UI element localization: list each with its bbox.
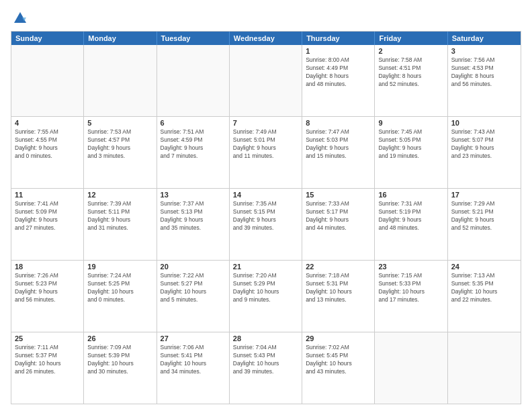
day-info: Sunrise: 7:02 AM Sunset: 5:45 PM Dayligh… [306, 344, 371, 376]
calendar-header-day: Friday [375, 32, 447, 45]
day-number: 26 [87, 334, 152, 342]
calendar-header-day: Sunday [11, 32, 84, 45]
day-info: Sunrise: 7:18 AM Sunset: 5:31 PM Dayligh… [306, 272, 371, 304]
calendar-day-cell: 8Sunrise: 7:47 AM Sunset: 5:03 PM Daylig… [302, 117, 375, 188]
day-number: 18 [15, 263, 80, 271]
calendar-header-day: Wednesday [230, 32, 302, 45]
calendar-header: SundayMondayTuesdayWednesdayThursdayFrid… [11, 32, 521, 45]
day-number: 1 [306, 47, 371, 55]
calendar-body: 1Sunrise: 8:00 AM Sunset: 4:49 PM Daylig… [11, 45, 521, 404]
calendar-day-cell: 4Sunrise: 7:55 AM Sunset: 4:55 PM Daylig… [11, 117, 84, 188]
day-number: 21 [233, 263, 298, 271]
calendar-header-day: Saturday [448, 32, 521, 45]
day-number: 7 [233, 119, 298, 127]
calendar-header-day: Thursday [302, 32, 375, 45]
calendar-week: 25Sunrise: 7:11 AM Sunset: 5:37 PM Dayli… [11, 332, 521, 404]
day-number: 24 [451, 263, 517, 271]
day-number: 22 [306, 263, 371, 271]
day-number: 11 [15, 191, 80, 199]
day-number: 15 [306, 191, 371, 199]
day-number: 5 [87, 119, 152, 127]
calendar-empty-cell [157, 45, 230, 116]
calendar-empty-cell [375, 332, 447, 404]
calendar-empty-cell [84, 45, 157, 116]
day-number: 9 [378, 119, 443, 127]
day-info: Sunrise: 7:22 AM Sunset: 5:27 PM Dayligh… [161, 272, 226, 304]
calendar-day-cell: 28Sunrise: 7:04 AM Sunset: 5:43 PM Dayli… [230, 332, 302, 404]
calendar-day-cell: 9Sunrise: 7:45 AM Sunset: 5:05 PM Daylig… [375, 117, 447, 188]
calendar-day-cell: 26Sunrise: 7:09 AM Sunset: 5:39 PM Dayli… [84, 332, 157, 404]
day-info: Sunrise: 7:04 AM Sunset: 5:43 PM Dayligh… [233, 344, 298, 376]
day-number: 27 [161, 334, 226, 342]
day-info: Sunrise: 7:39 AM Sunset: 5:11 PM Dayligh… [87, 200, 152, 232]
day-info: Sunrise: 7:33 AM Sunset: 5:17 PM Dayligh… [306, 200, 371, 232]
day-info: Sunrise: 7:45 AM Sunset: 5:05 PM Dayligh… [378, 128, 443, 161]
logo [11, 11, 28, 26]
day-info: Sunrise: 7:13 AM Sunset: 5:35 PM Dayligh… [451, 272, 517, 304]
logo-icon [13, 11, 28, 26]
day-info: Sunrise: 7:06 AM Sunset: 5:41 PM Dayligh… [161, 344, 226, 376]
calendar-day-cell: 21Sunrise: 7:20 AM Sunset: 5:29 PM Dayli… [230, 261, 302, 332]
day-number: 12 [87, 191, 152, 199]
day-info: Sunrise: 7:55 AM Sunset: 4:55 PM Dayligh… [15, 128, 80, 161]
calendar-day-cell: 27Sunrise: 7:06 AM Sunset: 5:41 PM Dayli… [157, 332, 230, 404]
calendar-day-cell: 18Sunrise: 7:26 AM Sunset: 5:23 PM Dayli… [11, 261, 84, 332]
day-info: Sunrise: 7:56 AM Sunset: 4:53 PM Dayligh… [451, 56, 517, 89]
calendar-day-cell: 14Sunrise: 7:35 AM Sunset: 5:15 PM Dayli… [230, 189, 302, 260]
calendar-header-day: Tuesday [157, 32, 230, 45]
day-info: Sunrise: 7:47 AM Sunset: 5:03 PM Dayligh… [306, 128, 371, 161]
calendar-day-cell: 5Sunrise: 7:53 AM Sunset: 4:57 PM Daylig… [84, 117, 157, 188]
calendar-day-cell: 25Sunrise: 7:11 AM Sunset: 5:37 PM Dayli… [11, 332, 84, 404]
day-number: 14 [233, 191, 298, 199]
day-info: Sunrise: 7:37 AM Sunset: 5:13 PM Dayligh… [161, 200, 226, 232]
calendar-day-cell: 24Sunrise: 7:13 AM Sunset: 5:35 PM Dayli… [448, 261, 521, 332]
day-number: 23 [378, 263, 443, 271]
day-number: 28 [233, 334, 298, 342]
calendar-day-cell: 13Sunrise: 7:37 AM Sunset: 5:13 PM Dayli… [157, 189, 230, 260]
day-info: Sunrise: 7:29 AM Sunset: 5:21 PM Dayligh… [451, 200, 517, 232]
day-info: Sunrise: 7:20 AM Sunset: 5:29 PM Dayligh… [233, 272, 298, 304]
day-number: 4 [15, 119, 80, 127]
calendar-week: 1Sunrise: 8:00 AM Sunset: 4:49 PM Daylig… [11, 45, 521, 117]
calendar-empty-cell [230, 45, 302, 116]
day-number: 6 [161, 119, 226, 127]
calendar-day-cell: 17Sunrise: 7:29 AM Sunset: 5:21 PM Dayli… [448, 189, 521, 260]
day-number: 20 [161, 263, 226, 271]
calendar-day-cell: 16Sunrise: 7:31 AM Sunset: 5:19 PM Dayli… [375, 189, 447, 260]
day-number: 29 [306, 334, 371, 342]
calendar-day-cell: 6Sunrise: 7:51 AM Sunset: 4:59 PM Daylig… [157, 117, 230, 188]
calendar-empty-cell [448, 332, 521, 404]
day-number: 8 [306, 119, 371, 127]
day-info: Sunrise: 7:15 AM Sunset: 5:33 PM Dayligh… [378, 272, 443, 304]
day-info: Sunrise: 8:00 AM Sunset: 4:49 PM Dayligh… [306, 56, 371, 89]
calendar-day-cell: 22Sunrise: 7:18 AM Sunset: 5:31 PM Dayli… [302, 261, 375, 332]
calendar-day-cell: 15Sunrise: 7:33 AM Sunset: 5:17 PM Dayli… [302, 189, 375, 260]
day-info: Sunrise: 7:31 AM Sunset: 5:19 PM Dayligh… [378, 200, 443, 232]
calendar: SundayMondayTuesdayWednesdayThursdayFrid… [11, 31, 521, 404]
day-info: Sunrise: 7:43 AM Sunset: 5:07 PM Dayligh… [451, 128, 517, 161]
calendar-day-cell: 2Sunrise: 7:58 AM Sunset: 4:51 PM Daylig… [375, 45, 447, 116]
calendar-day-cell: 7Sunrise: 7:49 AM Sunset: 5:01 PM Daylig… [230, 117, 302, 188]
day-info: Sunrise: 7:51 AM Sunset: 4:59 PM Dayligh… [161, 128, 226, 161]
day-info: Sunrise: 7:26 AM Sunset: 5:23 PM Dayligh… [15, 272, 80, 304]
day-info: Sunrise: 7:24 AM Sunset: 5:25 PM Dayligh… [87, 272, 152, 304]
day-number: 3 [451, 47, 517, 55]
calendar-empty-cell [11, 45, 84, 116]
day-number: 2 [378, 47, 443, 55]
day-info: Sunrise: 7:41 AM Sunset: 5:09 PM Dayligh… [15, 200, 80, 232]
day-info: Sunrise: 7:09 AM Sunset: 5:39 PM Dayligh… [87, 344, 152, 376]
calendar-day-cell: 29Sunrise: 7:02 AM Sunset: 5:45 PM Dayli… [302, 332, 375, 404]
day-info: Sunrise: 7:58 AM Sunset: 4:51 PM Dayligh… [378, 56, 443, 89]
calendar-day-cell: 19Sunrise: 7:24 AM Sunset: 5:25 PM Dayli… [84, 261, 157, 332]
calendar-week: 18Sunrise: 7:26 AM Sunset: 5:23 PM Dayli… [11, 261, 521, 332]
day-number: 10 [451, 119, 517, 127]
day-info: Sunrise: 7:11 AM Sunset: 5:37 PM Dayligh… [15, 344, 80, 376]
calendar-day-cell: 1Sunrise: 8:00 AM Sunset: 4:49 PM Daylig… [302, 45, 375, 116]
calendar-header-day: Monday [84, 32, 157, 45]
calendar-day-cell: 10Sunrise: 7:43 AM Sunset: 5:07 PM Dayli… [448, 117, 521, 188]
day-number: 19 [87, 263, 152, 271]
day-number: 17 [451, 191, 517, 199]
calendar-day-cell: 12Sunrise: 7:39 AM Sunset: 5:11 PM Dayli… [84, 189, 157, 260]
calendar-week: 11Sunrise: 7:41 AM Sunset: 5:09 PM Dayli… [11, 189, 521, 261]
day-number: 25 [15, 334, 80, 342]
